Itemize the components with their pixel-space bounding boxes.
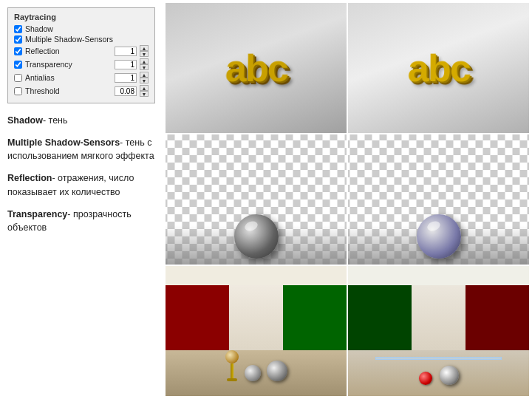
small-sphere-left-1 [245,365,261,381]
reflection-down[interactable]: ▼ [140,51,149,57]
reflection-label: Reflection [25,47,112,55]
descriptions: Shadow- тень Multiple Shadow-Sensors- те… [7,114,155,234]
antialias-down[interactable]: ▼ [140,78,149,83]
tall-sphere-stem-left [231,364,233,378]
tall-sphere-left [225,350,239,381]
antialias-spinners: ▲ ▼ [140,72,149,83]
reflection-value[interactable] [115,47,137,56]
transparency-down[interactable]: ▼ [140,64,149,70]
raytracing-title: Raytracing [14,13,149,21]
antialias-row: Antialias ▲ ▼ [14,72,149,83]
sphere-red [419,372,432,385]
ball-highlight-left [243,219,259,232]
tall-sphere-ball-left [225,350,239,364]
multiple-shadow-desc: Multiple Shadow-Sensors- тень с использо… [7,136,155,163]
antialias-checkbox[interactable] [14,74,22,82]
abc-text-right: abc [407,47,471,90]
transparency-desc: Transparency- прозрачность объектов [7,208,155,234]
ball-shape-right [417,214,461,259]
reflection-desc: Reflection- отражения, число показывает … [7,171,155,198]
ceiling-right [348,266,529,285]
antialias-label: Antialias [25,73,112,82]
shadow-label: Shadow [25,24,149,33]
raytracing-box: Raytracing Shadow Multiple Shadow-Sensor… [7,7,155,103]
image-abc-right: abc [348,3,529,133]
image-room-right [348,266,529,396]
threshold-value[interactable] [115,86,137,96]
ball-right [417,214,461,259]
threshold-spinners: ▲ ▼ [140,85,149,97]
threshold-up[interactable]: ▲ [140,85,149,91]
right-panel: abc abc [163,0,532,399]
transparency-up[interactable]: ▲ [140,58,149,64]
antialias-up[interactable]: ▲ [140,72,149,78]
small-sphere-left-2 [267,361,287,381]
spheres-left [225,350,287,381]
transparency-label: Transparency [25,60,112,69]
abc-text-left: abc [225,47,288,90]
reflection-term: Reflection [7,173,52,183]
tall-sphere-foot-left [227,378,237,381]
ceiling-left [166,266,347,285]
ball-left [234,214,279,259]
transparency-spinners: ▲ ▼ [140,58,149,70]
ball-highlight-right [426,219,441,232]
reflection-up[interactable]: ▲ [140,45,149,51]
multiple-shadow-label: Multiple Shadow-Sensors [25,35,149,44]
shadow-row: Shadow [14,24,149,33]
image-abc-left: abc [166,3,347,133]
threshold-down[interactable]: ▼ [140,91,149,97]
left-panel: Raytracing Shadow Multiple Shadow-Sensor… [0,0,163,399]
glass-shelf [375,357,502,360]
threshold-row: Threshold ▲ ▼ [14,85,149,97]
transparency-term: Transparency [7,209,67,219]
antialias-value[interactable] [115,73,137,83]
ball-shape-left [234,214,279,259]
shadow-term: Shadow [7,115,43,126]
threshold-checkbox[interactable] [14,87,22,95]
image-room-left [166,266,347,396]
shadow-checkbox[interactable] [14,25,22,33]
transparency-value[interactable] [115,60,137,69]
threshold-label: Threshold [25,86,112,95]
spheres-right [419,366,459,385]
image-checker-right [348,134,529,265]
reflection-spinners: ▲ ▼ [140,45,149,57]
multiple-shadow-checkbox[interactable] [14,35,22,44]
transparency-checkbox[interactable] [14,61,22,69]
transparency-row: Transparency ▲ ▼ [14,58,149,70]
sphere-chrome [440,366,459,385]
reflection-row: Reflection ▲ ▼ [14,45,149,57]
image-checker-left [166,134,347,265]
reflection-checkbox[interactable] [14,47,22,55]
multiple-shadow-term: Multiple Shadow-Sensors [7,137,120,148]
multiple-shadow-row: Multiple Shadow-Sensors [14,35,149,44]
shadow-desc: Shadow- тень [7,114,155,127]
